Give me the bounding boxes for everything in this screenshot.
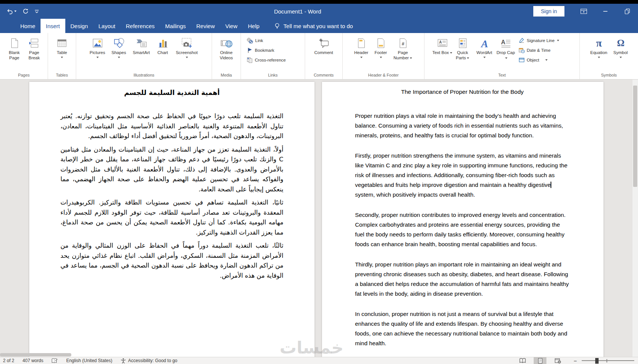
web-layout-button[interactable] bbox=[551, 357, 564, 364]
tab-references[interactable]: References bbox=[120, 19, 160, 33]
zoom-slider-thumb[interactable] bbox=[595, 358, 599, 364]
drop-cap-button[interactable]: A Drop Cap bbox=[496, 35, 516, 61]
svg-text:#: # bbox=[402, 41, 404, 47]
customize-quick-access-button[interactable] bbox=[35, 9, 39, 14]
tell-me-box[interactable]: Tell me what you want to do bbox=[274, 19, 353, 33]
arabic-doc-title[interactable]: أهمية التغذية السليمة للجسم bbox=[60, 89, 283, 96]
wordart-icon: A bbox=[478, 36, 491, 50]
restore-button[interactable] bbox=[616, 4, 638, 19]
page-number-button[interactable]: # Page Number bbox=[391, 35, 415, 61]
print-layout-button[interactable] bbox=[534, 357, 546, 364]
date-time-icon bbox=[519, 47, 525, 53]
svg-text:Ω: Ω bbox=[617, 38, 624, 48]
accessibility-status[interactable]: Accessibility: Good to go bbox=[120, 358, 177, 364]
document-title: Document1 - Word bbox=[0, 8, 617, 15]
chart-icon bbox=[157, 36, 169, 50]
restore-icon bbox=[624, 8, 630, 14]
ribbon-display-options-button[interactable] bbox=[573, 4, 594, 19]
bookmark-button[interactable]: Bookmark bbox=[247, 45, 299, 55]
watermark: خمسات bbox=[280, 338, 344, 357]
proofing-status[interactable] bbox=[51, 358, 58, 364]
object-button[interactable]: Object bbox=[519, 55, 572, 65]
accessibility-label: Accessibility: Good to go bbox=[128, 358, 177, 363]
tab-mailings[interactable]: Mailings bbox=[160, 19, 191, 33]
header-button[interactable]: Header bbox=[352, 35, 371, 58]
zoom-out-button[interactable]: − bbox=[573, 358, 577, 364]
zoom-slider-tick bbox=[606, 359, 607, 362]
english-paragraph[interactable]: In conclusion, proper nutrition is not j… bbox=[355, 309, 570, 348]
text-box-button[interactable]: A Text Box bbox=[432, 35, 453, 56]
arabic-paragraph[interactable]: ثانيًا، التغذية السليمة تساهم في تحسين م… bbox=[60, 198, 283, 238]
screenshot-button[interactable]: Screenshot bbox=[172, 35, 202, 58]
smartart-button[interactable]: SmartArt bbox=[129, 35, 153, 56]
link-button[interactable]: Link bbox=[247, 36, 299, 45]
comment-button[interactable]: Comment bbox=[311, 35, 337, 56]
ribbon-group-comments: Comment Comments bbox=[305, 33, 343, 79]
lightbulb-icon bbox=[274, 23, 280, 30]
arabic-paragraph[interactable]: أولاً، التغذية السليمة تعزز من جهاز المن… bbox=[60, 145, 283, 195]
pictures-icon bbox=[92, 36, 104, 50]
shapes-button[interactable]: Shapes bbox=[108, 35, 129, 58]
customize-quick-access-icon bbox=[35, 9, 39, 14]
tab-home[interactable]: Home bbox=[15, 19, 41, 33]
vertical-scrollbar-thumb[interactable] bbox=[633, 86, 637, 187]
header-icon bbox=[356, 36, 367, 50]
undo-button[interactable] bbox=[6, 8, 17, 15]
status-bar: 2 of 2 407 words English (United States)… bbox=[0, 357, 638, 364]
accessibility-icon bbox=[120, 358, 126, 364]
symbol-button[interactable]: Ω Symbol bbox=[611, 35, 631, 58]
smartart-icon bbox=[135, 36, 147, 50]
redo-button[interactable] bbox=[22, 8, 29, 15]
document-page-english[interactable]: The Importance of Proper Nutrition for t… bbox=[322, 82, 603, 357]
blank-page-button[interactable]: Blank Page bbox=[5, 35, 24, 61]
tab-layout[interactable]: Layout bbox=[93, 19, 120, 33]
minimize-icon bbox=[603, 9, 608, 14]
english-paragraph[interactable]: Thirdly, proper nutrition plays an impor… bbox=[355, 260, 570, 299]
ribbon-tab-row: Home Insert Design Layout References Mai… bbox=[0, 19, 638, 33]
minimize-button[interactable] bbox=[594, 4, 616, 19]
document-page-arabic[interactable]: أهمية التغذية السليمة للجسم التغذية السل… bbox=[29, 82, 314, 357]
tab-view[interactable]: View bbox=[220, 19, 242, 33]
tab-review[interactable]: Review bbox=[191, 19, 220, 33]
arabic-paragraph[interactable]: ثالثًا، تلعب التغذية السليمة دوراً مهماً… bbox=[60, 241, 283, 281]
zoom-slider[interactable] bbox=[582, 360, 634, 361]
table-button[interactable]: Table bbox=[51, 35, 73, 58]
equation-icon: π bbox=[593, 36, 605, 50]
page-indicator[interactable]: 2 of 2 bbox=[3, 358, 14, 363]
page-break-icon bbox=[29, 36, 40, 50]
vertical-scrollbar[interactable] bbox=[632, 80, 638, 357]
cross-reference-button[interactable]: Cross-reference bbox=[247, 55, 299, 65]
quick-parts-button[interactable]: Quick Parts bbox=[453, 35, 473, 61]
language-indicator[interactable]: English (United States) bbox=[66, 358, 112, 363]
equation-button[interactable]: π Equation bbox=[587, 35, 611, 58]
cover-page-button[interactable]: Cover Page bbox=[0, 35, 5, 63]
horizontal-scrollbar-thumb[interactable] bbox=[0, 353, 71, 356]
english-paragraph[interactable]: Firstly, proper nutrition strengthens th… bbox=[355, 151, 570, 200]
english-doc-title[interactable]: The Importance of Proper Nutrition for t… bbox=[355, 89, 570, 95]
read-mode-icon bbox=[519, 358, 526, 364]
svg-text:A: A bbox=[439, 40, 442, 44]
tab-insert[interactable]: Insert bbox=[41, 19, 65, 33]
pictures-button[interactable]: Pictures bbox=[87, 35, 108, 58]
page-break-button[interactable]: Page Break bbox=[24, 35, 45, 61]
date-time-button[interactable]: Date & Time bbox=[519, 45, 572, 55]
ribbon-group-symbols: π Equation Ω Symbol Symbols bbox=[580, 33, 638, 79]
arabic-paragraph[interactable]: التغذية السليمة تلعب دورًا حيويًا في الح… bbox=[60, 111, 283, 141]
sign-in-button[interactable]: Sign in bbox=[533, 6, 564, 17]
status-bar-right: − + bbox=[516, 357, 637, 364]
group-label-text: Text bbox=[424, 72, 579, 79]
online-videos-button[interactable]: Online Videos bbox=[214, 35, 238, 61]
wordart-button[interactable]: A WordArt bbox=[473, 35, 496, 58]
tab-help[interactable]: Help bbox=[242, 19, 265, 33]
english-paragraph[interactable]: Secondly, proper nutrition contributes t… bbox=[355, 210, 570, 249]
footer-button[interactable]: Footer bbox=[371, 35, 391, 58]
print-layout-icon bbox=[538, 358, 543, 364]
comment-icon bbox=[318, 36, 330, 50]
tab-design[interactable]: Design bbox=[65, 19, 93, 33]
chart-button[interactable]: Chart bbox=[153, 35, 172, 56]
ribbon: Cover Page Blank Page Page Break Pages bbox=[0, 33, 638, 80]
read-mode-button[interactable] bbox=[516, 357, 529, 364]
signature-line-button[interactable]: Signature Line bbox=[519, 36, 572, 45]
english-paragraph[interactable]: Proper nutrition plays a vital role in m… bbox=[355, 111, 570, 140]
word-count[interactable]: 407 words bbox=[23, 358, 43, 363]
